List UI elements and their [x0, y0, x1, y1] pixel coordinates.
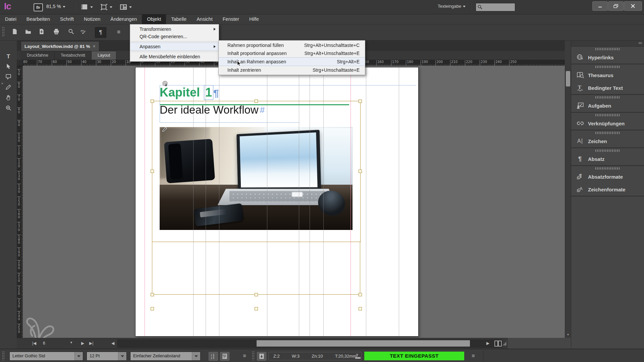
menu-änderungen[interactable]: Änderungen [105, 14, 142, 24]
menu-item-transformieren[interactable]: Transformieren [130, 25, 219, 33]
vertical-scrollbar[interactable]: ▼ [565, 66, 571, 338]
font-size-dropdown[interactable]: 12 Pt [87, 352, 127, 361]
zoom-tool[interactable] [4, 104, 13, 113]
menu-objekt[interactable]: Objekt [142, 14, 166, 24]
split-view-icon[interactable] [494, 341, 502, 347]
view-options-dropdown[interactable] [100, 3, 112, 11]
page-list-dropdown[interactable]: ▼ [70, 341, 73, 344]
zoom-level-dropdown[interactable]: 81,5 % [46, 4, 65, 9]
line-numbers-button[interactable]: 12 [209, 352, 218, 361]
scroll-left-arrow[interactable]: ◀ [111, 341, 114, 346]
vertical-scrollbar-thumb[interactable] [566, 71, 570, 86]
document-page[interactable]: Kapitel 1¶ Der ideale Workflow# [135, 67, 419, 337]
submenu-item-inhalt-zentrieren[interactable]: Inhalt zentrierenStrg+Umschalttaste+E [219, 66, 365, 74]
minimize-button[interactable] [592, 1, 608, 11]
toolbar-drag-handle[interactable] [2, 27, 5, 37]
panel-expand-chevrons[interactable]: » [1, 81, 3, 85]
first-page-button[interactable]: |◀ [32, 341, 36, 346]
print-button[interactable] [51, 27, 62, 37]
submenu-item-inhalt-proportional-anpassen[interactable]: Inhalt proportional anpassenStrg+Alt+Ums… [219, 49, 365, 57]
search-button[interactable] [66, 27, 76, 37]
show-hidden-characters-button[interactable]: ¶ [95, 27, 106, 38]
story-info-button[interactable] [220, 352, 229, 361]
panel-drag-handle[interactable] [595, 167, 620, 170]
menu-schrift[interactable]: Schrift [55, 14, 79, 24]
text-options-menu-icon[interactable]: ≡ [240, 352, 249, 360]
panel-aufgaben[interactable]: Aufgaben [571, 99, 644, 112]
note-tool[interactable] [4, 73, 13, 82]
panel-bedingter-text[interactable]: TBedingter Text [571, 81, 644, 94]
panel-verkn-pfungen[interactable]: Verknüpfungen [571, 117, 644, 130]
search-field[interactable] [476, 3, 515, 11]
document-tab[interactable]: Layout_Workflow.indd @ 81 %× [21, 41, 99, 51]
hand-tool[interactable] [4, 94, 13, 103]
anchored-object-marker[interactable]: 1 [204, 85, 213, 100]
frame-handle[interactable] [151, 100, 154, 103]
panel-absatz[interactable]: ¶Absatz [571, 153, 644, 165]
frame-handle[interactable] [359, 170, 362, 173]
panel-absatzformate[interactable]: ¶Absatzformate [571, 170, 644, 183]
frame-handle[interactable] [255, 100, 258, 103]
font-family-dropdown[interactable]: Letter Gothic Std [9, 352, 83, 361]
story-lines-button[interactable]: ≡ [113, 27, 124, 37]
restore-button[interactable] [608, 1, 624, 11]
pages-view-dropdown[interactable] [80, 3, 93, 11]
collapse-panels-icon[interactable]: << [638, 41, 642, 45]
frame-handle[interactable] [151, 293, 154, 296]
panel-drag-handle[interactable] [595, 66, 620, 68]
menu-item-qr-code-generieren-[interactable]: QR-Code generieren... [130, 33, 219, 40]
frame-handle[interactable] [151, 307, 154, 310]
menu-ansicht[interactable]: Ansicht [192, 14, 218, 24]
panel-drag-handle[interactable] [595, 149, 620, 152]
panel-drag-handle[interactable] [595, 48, 620, 50]
selected-frame[interactable] [152, 101, 361, 242]
save-button[interactable] [36, 27, 47, 37]
frame-handle[interactable] [359, 307, 362, 310]
panel-zeichen[interactable]: AZeichen [571, 135, 644, 147]
pasteboard[interactable]: Kapitel 1¶ Der ideale Workflow# [23, 66, 565, 338]
frame-handle[interactable] [151, 170, 154, 173]
bridge-button[interactable]: Br [34, 3, 43, 11]
leading-dropdown[interactable]: Einfacher Zeilenabstand [130, 352, 201, 361]
last-page-button[interactable]: ▶| [89, 341, 93, 346]
statusbar-drag-handle[interactable] [2, 352, 5, 360]
copyfit-measure-button[interactable]: T [354, 352, 362, 360]
resize-grip[interactable] [502, 342, 506, 346]
screen-mode-dropdown[interactable] [119, 3, 132, 11]
position-tool[interactable] [4, 62, 13, 72]
menu-tabelle[interactable]: Tabelle [166, 14, 192, 24]
menu-item-alle-men-befehle-einblenden[interactable]: Alle Menübefehle einblenden [130, 53, 219, 60]
tab-textabschnitt[interactable]: Textabschnitt [55, 51, 92, 60]
copyfit-menu-icon[interactable]: ≡ [469, 352, 478, 360]
menu-hilfe[interactable]: Hilfe [244, 14, 264, 24]
panel-drag-handle[interactable] [595, 114, 620, 116]
horizontal-scrollbar[interactable] [117, 340, 502, 348]
frame-handle[interactable] [255, 293, 258, 296]
spellcheck-button[interactable]: abc [78, 27, 89, 37]
scroll-right-arrow[interactable]: ▶ [486, 341, 489, 346]
type-tool[interactable]: T [4, 52, 13, 61]
new-document-button[interactable] [9, 27, 20, 37]
submenu-item-rahmen-proportional-f-llen[interactable]: Rahmen proportional füllenStrg+Alt+Umsch… [219, 41, 365, 49]
scroll-down-arrow[interactable]: ▼ [566, 333, 570, 337]
ruler-origin-box[interactable] [17, 60, 23, 66]
panel-drag-handle[interactable] [595, 96, 620, 99]
menu-fenster[interactable]: Fenster [218, 14, 244, 24]
close-tab-icon[interactable]: × [93, 44, 95, 49]
panel-zeichenformate[interactable]: AZeichenformate [571, 183, 644, 196]
panel-hyperlinks[interactable]: Hyperlinks [571, 51, 644, 64]
section-drag-handle[interactable] [252, 352, 255, 360]
frame-handle[interactable] [359, 100, 362, 103]
workspace-switcher[interactable]: Texteingabe [438, 4, 466, 9]
open-folder-button[interactable] [23, 27, 34, 37]
menu-item-anpassen[interactable]: Anpassen [130, 43, 219, 51]
close-button[interactable] [624, 1, 642, 11]
pencil-tool[interactable] [4, 83, 13, 93]
vertical-ruler[interactable]: 5060708090100110120130140150160170180190… [17, 66, 23, 338]
frame-handle[interactable] [359, 293, 362, 296]
page-number-field[interactable]: 6 [43, 341, 45, 346]
go-to-line-button[interactable] [257, 352, 266, 361]
tab-druckfahne[interactable]: Druckfahne [21, 51, 55, 60]
content-grabber-icon[interactable] [162, 80, 169, 87]
menu-datei[interactable]: Datei [0, 14, 21, 24]
